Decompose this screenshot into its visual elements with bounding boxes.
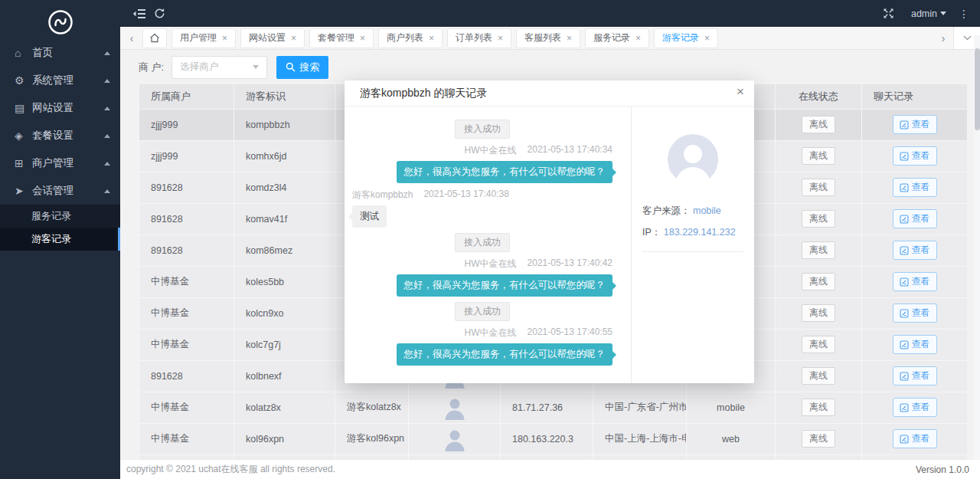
view-chat-button[interactable]: 查看 <box>893 398 937 417</box>
tab-item[interactable]: 订单列表 × <box>447 28 511 48</box>
chevron-down-icon <box>253 65 259 69</box>
view-chat-button[interactable]: 查看 <box>893 335 937 354</box>
table-row[interactable]: 中博基金 kol96xpn 游客kol96xpn 180.163.220.3 中… <box>139 423 968 454</box>
tab-item[interactable]: 用户管理 × <box>172 28 236 48</box>
status-badge: 离线 <box>802 367 835 385</box>
cell-merchant: 中博基金 <box>139 392 234 423</box>
sidebar-item-label: 服务记录 <box>31 209 71 223</box>
table-row[interactable]: 中博基金 kolatz8x 游客kolatz8x 81.71.27.36 中国-… <box>139 392 968 423</box>
chat-log-icon <box>900 372 909 381</box>
close-icon[interactable]: × <box>704 34 710 43</box>
refresh-icon[interactable] <box>149 0 169 27</box>
status-badge: 离线 <box>802 147 835 165</box>
close-icon[interactable]: × <box>360 34 365 43</box>
tab-item[interactable]: 游客记录 × <box>654 28 718 48</box>
merchant-label: 商 户: <box>139 61 164 74</box>
cell-action: 查看 <box>862 392 968 423</box>
close-icon[interactable]: × <box>429 34 434 43</box>
sidebar-item[interactable]: 服务记录 <box>0 205 120 228</box>
cell-nickname: 游客kol96xpn <box>335 423 409 454</box>
cell-action <box>862 454 968 460</box>
sidebar-item-label: 商户管理 <box>32 156 74 170</box>
status-badge: 离线 <box>802 179 835 196</box>
visitor-avatar <box>668 134 718 185</box>
chat-log-icon <box>900 309 909 318</box>
close-icon[interactable]: × <box>635 34 641 43</box>
close-icon[interactable]: × <box>222 34 227 43</box>
collapse-menu-icon[interactable] <box>129 0 149 27</box>
search-bar: 商 户: 选择商户 搜索 <box>139 50 328 84</box>
cell-ip <box>501 454 593 460</box>
view-chat-button[interactable]: 查看 <box>893 178 937 197</box>
chat-log-icon <box>900 120 909 130</box>
sidebar-item[interactable]: ▤ 网站设置 <box>0 94 120 122</box>
sidebar-item[interactable]: ⊞ 商户管理 <box>0 149 120 177</box>
chat-message-list: 接入成功 HW中金在线 2021-05-13 17:40:34 您好，很高兴为您… <box>345 107 631 383</box>
tabs-scroll-right-icon[interactable]: › <box>935 31 952 44</box>
chevron-up-icon <box>104 107 110 110</box>
sidebar-item[interactable]: ⌂ 首页 <box>0 39 120 67</box>
tabs-scroll-left-icon[interactable]: ‹ <box>123 31 140 44</box>
merchant-icon: ⊞ <box>15 157 32 169</box>
tab-label: 套餐管理 <box>318 31 354 44</box>
sidebar-item-label: 网站设置 <box>32 101 74 115</box>
tab-item[interactable]: 客服列表 × <box>516 28 580 48</box>
sidebar: ⌂ 首页 ⚙ 系统管理 ▤ 网站设置 ◈ 套餐设置 <box>0 0 120 479</box>
close-icon[interactable]: × <box>567 34 572 43</box>
sidebar-item[interactable]: 游客记录 <box>0 228 120 251</box>
scrollbar-thumb[interactable] <box>975 48 980 130</box>
view-chat-button[interactable]: 查看 <box>893 146 937 166</box>
view-chat-button[interactable]: 查看 <box>893 272 937 291</box>
view-chat-button[interactable]: 查看 <box>893 303 937 323</box>
chat-message: 接入成功 <box>352 233 612 252</box>
view-chat-button[interactable]: 查看 <box>893 241 937 260</box>
sidebar-item[interactable]: ◈ 套餐设置 <box>0 122 120 149</box>
sidebar-item[interactable]: ➤ 会话管理 <box>0 177 120 205</box>
close-icon[interactable]: × <box>737 85 744 98</box>
chat-log-icon <box>900 435 909 444</box>
cell-nickname: 游客kolatz8x <box>335 392 409 423</box>
tab-item[interactable]: 套餐管理 × <box>309 28 374 48</box>
cell-region <box>593 454 687 460</box>
system-message-badge: 接入成功 <box>455 120 510 139</box>
fullscreen-icon[interactable] <box>879 0 899 27</box>
sidebar-menu: ⌂ 首页 ⚙ 系统管理 ▤ 网站设置 ◈ 套餐设置 <box>0 39 120 251</box>
chat-record-modal: 游客kompbbzh 的聊天记录 × 接入成功 HW中金在线 <box>345 80 754 383</box>
chat-log-icon <box>900 215 909 224</box>
search-icon <box>286 62 296 72</box>
cell-merchant: 891628 <box>139 203 234 235</box>
close-icon[interactable]: × <box>498 34 503 43</box>
status-badge: 离线 <box>802 430 835 448</box>
message-sender: HW中金在线 <box>465 258 517 271</box>
close-icon[interactable]: × <box>291 34 296 43</box>
message-sender: HW中金在线 <box>465 326 517 340</box>
search-button[interactable]: 搜索 <box>276 56 328 79</box>
cell-merchant: 891628 <box>139 235 234 266</box>
cell-action: 查看 <box>862 329 968 360</box>
table-row[interactable] <box>139 454 968 460</box>
column-header: 在线状态 <box>776 84 862 109</box>
merchant-select[interactable]: 选择商户 <box>172 56 267 79</box>
sidebar-item-label: 游客记录 <box>31 232 71 246</box>
view-chat-button[interactable]: 查看 <box>893 209 937 228</box>
view-chat-button[interactable]: 查看 <box>893 366 937 385</box>
view-chat-button[interactable]: 查看 <box>893 115 937 134</box>
message-bubble: 测试 <box>352 205 387 228</box>
tab-label: 网站设置 <box>249 31 286 44</box>
tab-item[interactable]: 商户列表 × <box>378 28 443 48</box>
status-badge: 离线 <box>802 116 835 133</box>
tab-item[interactable]: 服务记录 × <box>585 28 649 48</box>
cell-action: 查看 <box>862 172 968 203</box>
tab-item[interactable]: 网站设置 × <box>240 28 305 48</box>
admin-menu[interactable]: admin <box>911 8 946 19</box>
tab-home[interactable] <box>142 28 167 48</box>
cell-status: 离线 <box>776 140 862 172</box>
sidebar-item[interactable]: ⚙ 系统管理 <box>0 67 120 94</box>
chevron-up-icon <box>104 79 110 83</box>
cell-visitor-id <box>234 454 335 460</box>
view-chat-button[interactable]: 查看 <box>893 429 937 448</box>
tab-label: 商户列表 <box>387 31 423 44</box>
cell-nickname <box>335 454 409 460</box>
more-options-icon[interactable]: ⋮ <box>959 8 969 19</box>
copyright-text: copyright © 2021 uchat在线客服 all rights re… <box>126 463 335 476</box>
